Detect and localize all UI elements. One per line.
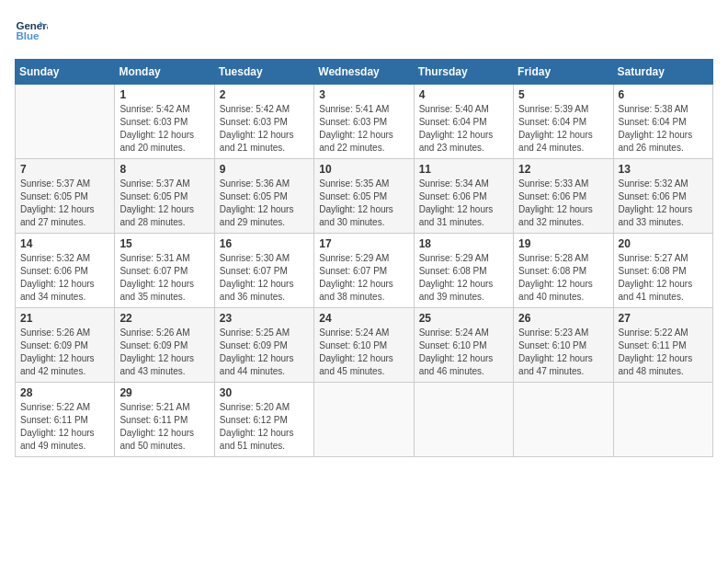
day-cell: 19Sunrise: 5:28 AM Sunset: 6:08 PM Dayli… [514, 234, 613, 308]
day-number: 20 [619, 237, 708, 250]
day-info: Sunrise: 5:29 AM Sunset: 6:08 PM Dayligh… [419, 252, 508, 304]
day-cell: 26Sunrise: 5:23 AM Sunset: 6:10 PM Dayli… [514, 308, 613, 383]
day-number: 22 [119, 312, 209, 325]
day-info: Sunrise: 5:22 AM Sunset: 6:11 PM Dayligh… [619, 327, 708, 378]
day-cell: 4Sunrise: 5:40 AM Sunset: 6:04 PM Daylig… [414, 85, 513, 159]
day-cell: 29Sunrise: 5:21 AM Sunset: 6:11 PM Dayli… [115, 383, 214, 457]
day-cell: 2Sunrise: 5:42 AM Sunset: 6:03 PM Daylig… [214, 85, 313, 159]
day-cell: 22Sunrise: 5:26 AM Sunset: 6:09 PM Dayli… [115, 308, 214, 383]
day-info: Sunrise: 5:25 AM Sunset: 6:09 PM Dayligh… [220, 327, 309, 378]
week-row-5: 28Sunrise: 5:22 AM Sunset: 6:11 PM Dayli… [16, 383, 713, 457]
column-header-friday: Friday [514, 60, 613, 85]
day-number: 28 [20, 386, 109, 399]
day-number: 12 [518, 163, 608, 176]
day-cell: 6Sunrise: 5:38 AM Sunset: 6:04 PM Daylig… [613, 85, 712, 159]
day-info: Sunrise: 5:32 AM Sunset: 6:06 PM Dayligh… [619, 178, 708, 229]
day-info: Sunrise: 5:32 AM Sunset: 6:06 PM Dayligh… [20, 252, 109, 304]
day-info: Sunrise: 5:26 AM Sunset: 6:09 PM Dayligh… [119, 327, 209, 378]
day-number: 26 [518, 312, 608, 325]
column-header-monday: Monday [115, 60, 214, 85]
header-row: SundayMondayTuesdayWednesdayThursdayFrid… [16, 60, 713, 85]
day-number: 30 [220, 386, 309, 399]
day-number: 3 [319, 88, 408, 101]
svg-text:Blue: Blue [16, 30, 40, 41]
day-info: Sunrise: 5:38 AM Sunset: 6:04 PM Dayligh… [619, 103, 708, 155]
day-cell: 5Sunrise: 5:39 AM Sunset: 6:04 PM Daylig… [514, 85, 613, 159]
day-cell: 9Sunrise: 5:36 AM Sunset: 6:05 PM Daylig… [214, 159, 313, 234]
day-cell: 7Sunrise: 5:37 AM Sunset: 6:05 PM Daylig… [16, 159, 115, 234]
day-number: 21 [20, 312, 109, 325]
day-info: Sunrise: 5:28 AM Sunset: 6:08 PM Dayligh… [518, 252, 608, 304]
day-number: 13 [619, 163, 708, 176]
column-header-sunday: Sunday [16, 60, 115, 85]
day-number: 29 [119, 386, 209, 399]
day-number: 24 [319, 312, 408, 325]
day-info: Sunrise: 5:23 AM Sunset: 6:10 PM Dayligh… [518, 327, 608, 378]
day-cell: 28Sunrise: 5:22 AM Sunset: 6:11 PM Dayli… [16, 383, 115, 457]
day-number: 27 [619, 312, 708, 325]
calendar-table: SundayMondayTuesdayWednesdayThursdayFrid… [15, 59, 713, 457]
column-header-thursday: Thursday [414, 60, 513, 85]
day-number: 17 [319, 237, 408, 250]
day-cell: 1Sunrise: 5:42 AM Sunset: 6:03 PM Daylig… [115, 85, 214, 159]
week-row-3: 14Sunrise: 5:32 AM Sunset: 6:06 PM Dayli… [16, 234, 713, 308]
day-number: 11 [419, 163, 508, 176]
day-number: 8 [119, 163, 209, 176]
day-cell [414, 383, 513, 457]
day-info: Sunrise: 5:31 AM Sunset: 6:07 PM Dayligh… [119, 252, 209, 304]
day-number: 10 [319, 163, 408, 176]
day-info: Sunrise: 5:37 AM Sunset: 6:05 PM Dayligh… [119, 178, 209, 229]
day-number: 4 [419, 88, 508, 101]
day-info: Sunrise: 5:42 AM Sunset: 6:03 PM Dayligh… [220, 103, 309, 155]
day-info: Sunrise: 5:27 AM Sunset: 6:08 PM Dayligh… [619, 252, 708, 304]
day-info: Sunrise: 5:24 AM Sunset: 6:10 PM Dayligh… [419, 327, 508, 378]
day-cell [613, 383, 712, 457]
day-cell: 21Sunrise: 5:26 AM Sunset: 6:09 PM Dayli… [16, 308, 115, 383]
day-number: 5 [518, 88, 608, 101]
day-number: 25 [419, 312, 508, 325]
day-info: Sunrise: 5:42 AM Sunset: 6:03 PM Dayligh… [119, 103, 209, 155]
day-info: Sunrise: 5:26 AM Sunset: 6:09 PM Dayligh… [20, 327, 109, 378]
day-info: Sunrise: 5:30 AM Sunset: 6:07 PM Dayligh… [220, 252, 309, 304]
logo-icon: General Blue [15, 15, 48, 48]
day-cell: 8Sunrise: 5:37 AM Sunset: 6:05 PM Daylig… [115, 159, 214, 234]
day-cell: 14Sunrise: 5:32 AM Sunset: 6:06 PM Dayli… [16, 234, 115, 308]
day-number: 18 [419, 237, 508, 250]
day-cell: 25Sunrise: 5:24 AM Sunset: 6:10 PM Dayli… [414, 308, 513, 383]
day-cell: 15Sunrise: 5:31 AM Sunset: 6:07 PM Dayli… [115, 234, 214, 308]
day-cell: 12Sunrise: 5:33 AM Sunset: 6:06 PM Dayli… [514, 159, 613, 234]
column-header-saturday: Saturday [613, 60, 712, 85]
logo: General Blue [15, 15, 48, 48]
day-info: Sunrise: 5:29 AM Sunset: 6:07 PM Dayligh… [319, 252, 408, 304]
day-info: Sunrise: 5:20 AM Sunset: 6:12 PM Dayligh… [220, 401, 309, 453]
day-number: 2 [220, 88, 309, 101]
day-number: 19 [518, 237, 608, 250]
day-info: Sunrise: 5:40 AM Sunset: 6:04 PM Dayligh… [419, 103, 508, 155]
column-header-tuesday: Tuesday [214, 60, 313, 85]
day-cell: 20Sunrise: 5:27 AM Sunset: 6:08 PM Dayli… [613, 234, 712, 308]
day-cell: 3Sunrise: 5:41 AM Sunset: 6:03 PM Daylig… [314, 85, 414, 159]
day-info: Sunrise: 5:33 AM Sunset: 6:06 PM Dayligh… [518, 178, 608, 229]
day-cell: 11Sunrise: 5:34 AM Sunset: 6:06 PM Dayli… [414, 159, 513, 234]
day-cell: 23Sunrise: 5:25 AM Sunset: 6:09 PM Dayli… [214, 308, 313, 383]
day-info: Sunrise: 5:22 AM Sunset: 6:11 PM Dayligh… [20, 401, 109, 453]
svg-text:General: General [16, 20, 48, 31]
day-number: 23 [220, 312, 309, 325]
day-number: 7 [20, 163, 109, 176]
day-number: 1 [119, 88, 209, 101]
day-info: Sunrise: 5:34 AM Sunset: 6:06 PM Dayligh… [419, 178, 508, 229]
page-header: General Blue [15, 15, 713, 48]
day-info: Sunrise: 5:37 AM Sunset: 6:05 PM Dayligh… [20, 178, 109, 229]
day-info: Sunrise: 5:21 AM Sunset: 6:11 PM Dayligh… [119, 401, 209, 453]
day-number: 6 [619, 88, 708, 101]
day-number: 15 [119, 237, 209, 250]
week-row-1: 1Sunrise: 5:42 AM Sunset: 6:03 PM Daylig… [16, 85, 713, 159]
day-info: Sunrise: 5:24 AM Sunset: 6:10 PM Dayligh… [319, 327, 408, 378]
day-cell [514, 383, 613, 457]
day-number: 9 [220, 163, 309, 176]
day-number: 14 [20, 237, 109, 250]
day-cell: 18Sunrise: 5:29 AM Sunset: 6:08 PM Dayli… [414, 234, 513, 308]
day-cell: 17Sunrise: 5:29 AM Sunset: 6:07 PM Dayli… [314, 234, 414, 308]
day-cell: 10Sunrise: 5:35 AM Sunset: 6:05 PM Dayli… [314, 159, 414, 234]
day-cell: 13Sunrise: 5:32 AM Sunset: 6:06 PM Dayli… [613, 159, 712, 234]
